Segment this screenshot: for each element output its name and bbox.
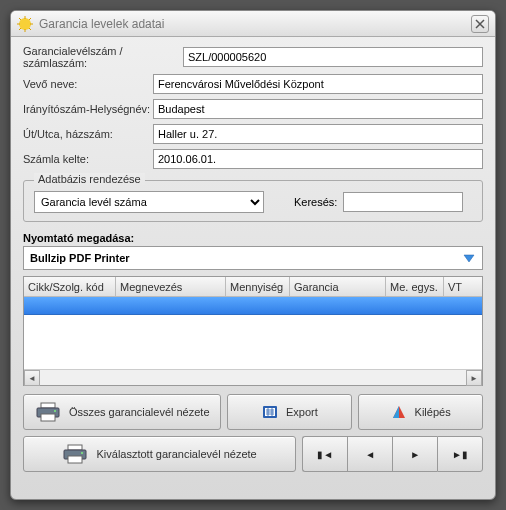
nav-last-button[interactable]: ►▮ [437,436,483,472]
grid-header: Cikk/Szolg. kód Megnevezés Mennyiség Gar… [24,277,482,297]
fieldset-db-order: Adatbázis rendezése Garancia levél száma… [23,180,483,222]
col-warranty[interactable]: Garancia [290,277,386,296]
scroll-left-button[interactable]: ◄ [24,370,40,386]
export-icon [262,404,278,420]
svg-rect-19 [68,445,82,450]
button-export[interactable]: Export [227,394,352,430]
printer-selector[interactable]: Bullzip PDF Printer [23,246,483,270]
nav-first-button[interactable]: ▮◄ [302,436,347,472]
exit-icon [391,404,407,420]
data-grid: Cikk/Szolg. kód Megnevezés Mennyiség Gar… [23,276,483,386]
col-unit[interactable]: Me. egys. [386,277,444,296]
content: Garancialevélszám / számlaszám: Vevő nev… [11,37,495,499]
window-title: Garancia levelek adatai [39,17,471,31]
nav-prev-button[interactable]: ◄ [347,436,392,472]
label-search: Keresés: [294,196,337,208]
button-selected-warranty-label: Kiválasztott garancialevél nézete [96,448,256,460]
svg-point-14 [54,410,56,412]
button-export-label: Export [286,406,318,418]
input-search[interactable] [343,192,463,212]
scroll-right-button[interactable]: ► [466,370,482,386]
scroll-track[interactable] [40,370,466,385]
button-exit[interactable]: Kilépés [358,394,483,430]
label-printer-section: Nyomtató megadása: [23,232,483,244]
svg-line-6 [29,28,31,30]
input-invoice-date[interactable] [153,149,483,169]
svg-marker-18 [393,406,399,418]
titlebar[interactable]: Garancia levelek adatai [11,11,495,37]
col-vt[interactable]: VT [444,277,464,296]
button-all-warranty-view[interactable]: Összes garancialevél nézete [23,394,221,430]
button-selected-warranty-view[interactable]: Kiválasztott garancialevél nézete [23,436,296,472]
close-icon [475,19,485,29]
svg-rect-13 [41,414,55,421]
svg-rect-11 [41,403,55,408]
printer-icon [35,402,61,422]
svg-line-5 [19,18,21,20]
label-invoice-date: Számla kelte: [23,153,153,165]
grid-body[interactable] [24,297,482,369]
grid-scrollbar[interactable]: ◄ ► [24,369,482,385]
window: Garancia levelek adatai Garancialevélszá… [10,10,496,500]
nav-next-button[interactable]: ► [392,436,437,472]
label-street: Út/Utca, házszám: [23,128,153,140]
svg-rect-21 [68,456,82,463]
input-customer-name[interactable] [153,74,483,94]
button-exit-label: Kilépés [415,406,451,418]
close-button[interactable] [471,15,489,33]
svg-point-22 [81,452,83,454]
nav-group: ▮◄ ◄ ► ►▮ [302,436,483,472]
label-customer-name: Vevő neve: [23,78,153,90]
app-icon [17,16,33,32]
svg-line-7 [29,18,31,20]
col-item-code[interactable]: Cikk/Szolg. kód [24,277,116,296]
grid-row-selected[interactable] [24,297,482,315]
label-zip-city: Irányítószám-Helységnév: [23,103,153,115]
svg-marker-9 [464,255,474,262]
label-invoice-number: Garancialevélszám / számlaszám: [23,45,183,69]
col-description[interactable]: Megnevezés [116,277,226,296]
button-all-warranty-label: Összes garancialevél nézete [69,406,210,418]
input-zip-city[interactable] [153,99,483,119]
input-street[interactable] [153,124,483,144]
printer-name: Bullzip PDF Printer [30,252,130,264]
printer-icon [62,444,88,464]
fieldset-legend: Adatbázis rendezése [34,173,145,185]
col-quantity[interactable]: Mennyiség [226,277,290,296]
chevron-down-icon [462,251,476,265]
input-invoice-number[interactable] [183,47,483,67]
select-db-order[interactable]: Garancia levél száma [34,191,264,213]
svg-line-8 [19,28,21,30]
